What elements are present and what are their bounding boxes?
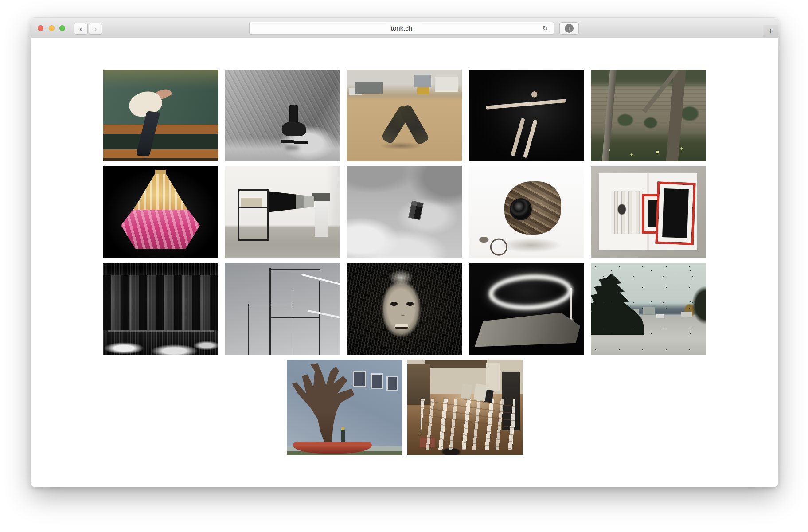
photo-thumbnail-cabinet-falling-through-sky[interactable] [347, 166, 462, 258]
browser-toolbar: ‹ › tonk.ch ↻ ↓ + [31, 18, 778, 38]
photo-thumbnail-bonsai-tree-with-tiny-man[interactable] [287, 360, 402, 455]
photo-thumbnail-pink-gold-crystal-object[interactable] [103, 166, 218, 258]
minimize-window-button[interactable] [49, 25, 55, 31]
photo-thumbnail-face-behind-frosted-glass[interactable] [347, 263, 462, 355]
gallery-row-1 [31, 70, 778, 161]
photo-thumbnail-two-men-wrestling-on-dirt[interactable] [347, 70, 462, 161]
close-window-button[interactable] [38, 25, 43, 31]
photo-thumbnail-donkey-on-hillside[interactable] [225, 70, 340, 161]
photo-thumbnail-film-projector-installation[interactable] [225, 166, 340, 258]
photo-thumbnail-steel-frame-structure[interactable] [225, 263, 340, 355]
photo-thumbnail-wooden-camera-sculpture[interactable] [469, 166, 584, 258]
zoom-window-button[interactable] [59, 25, 65, 31]
photo-thumbnail-ivy-covered-garden-wall[interactable] [591, 70, 706, 161]
url-text: tonk.ch [391, 24, 412, 32]
photo-thumbnail-smoke-ring-over-table[interactable] [469, 263, 584, 355]
photo-thumbnail-dancer-black-leotard[interactable] [469, 70, 584, 161]
gallery-row-2 [31, 166, 778, 258]
photo-thumbnail-studio-floor-with-prints[interactable] [407, 360, 523, 455]
new-tab-button[interactable]: + [763, 25, 778, 38]
gallery-row-3 [31, 263, 778, 355]
address-bar[interactable]: tonk.ch ↻ [249, 22, 554, 35]
downloads-button[interactable]: ↓ [559, 22, 579, 35]
nav-buttons: ‹ › [74, 23, 102, 35]
page-content [31, 39, 778, 487]
photo-thumbnail-man-bending-at-green-wall[interactable] [103, 70, 218, 161]
photo-gallery [31, 39, 778, 455]
back-button[interactable]: ‹ [74, 23, 88, 35]
forward-button[interactable]: › [89, 23, 102, 35]
reload-icon[interactable]: ↻ [541, 24, 550, 33]
download-icon: ↓ [565, 24, 574, 33]
photo-thumbnail-figures-in-fountain[interactable] [103, 263, 218, 355]
browser-window: ‹ › tonk.ch ↻ ↓ + [31, 18, 778, 487]
gallery-row-4 [31, 360, 778, 455]
window-controls [38, 25, 66, 31]
photo-thumbnail-book-spread-red-frames[interactable] [591, 166, 706, 258]
photo-thumbnail-street-with-dark-conifer[interactable] [591, 263, 706, 355]
